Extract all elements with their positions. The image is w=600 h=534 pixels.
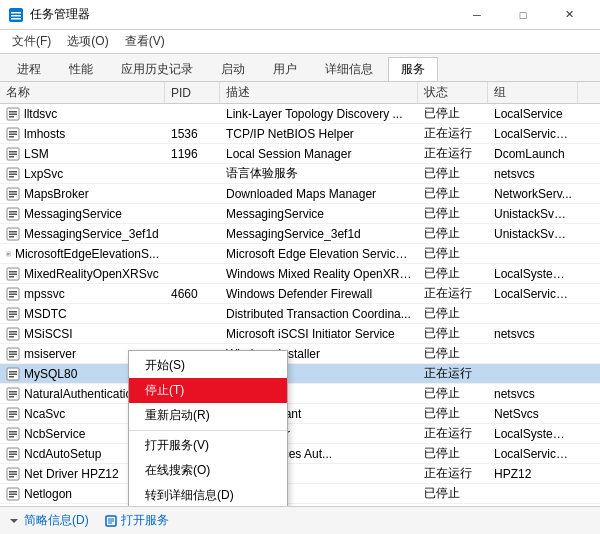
- svg-rect-42: [9, 293, 17, 295]
- tab-history[interactable]: 应用历史记录: [108, 57, 206, 81]
- app-icon: [8, 7, 24, 23]
- context-menu-item[interactable]: 在线搜索(O): [129, 458, 287, 483]
- svg-rect-74: [9, 453, 17, 455]
- table-container: 名称 PID 描述 状态 组 lltdsvcLink-Layer Topolog…: [0, 82, 600, 506]
- col-header-pid[interactable]: PID: [165, 82, 220, 103]
- context-menu-item[interactable]: 停止(T): [129, 378, 287, 403]
- table-row[interactable]: msiserverWindows Installer已停止: [0, 344, 600, 364]
- cell-status: 已停止: [418, 385, 488, 402]
- tab-details[interactable]: 详细信息: [312, 57, 386, 81]
- svg-rect-78: [9, 473, 17, 475]
- table-row[interactable]: NcdAutoSetupected Devices Aut...已停止Local…: [0, 444, 600, 464]
- service-name: LxpSvc: [24, 167, 63, 181]
- table-row[interactable]: MessagingService_3ef1dMessagingService_3…: [0, 224, 600, 244]
- minimize-button[interactable]: ─: [454, 0, 500, 30]
- svg-rect-69: [9, 431, 17, 433]
- svg-rect-3: [11, 18, 21, 20]
- table-row[interactable]: NaturalAuthentication已停止netsvcs: [0, 384, 600, 404]
- open-service-link[interactable]: 打开服务: [121, 512, 169, 529]
- service-name: NcbService: [24, 427, 85, 441]
- svg-rect-19: [9, 176, 14, 178]
- tab-services[interactable]: 服务: [388, 57, 438, 81]
- cell-status: 已停止: [418, 305, 488, 322]
- table-row[interactable]: lmhosts1536TCP/IP NetBIOS Helper正在运行Loca…: [0, 124, 600, 144]
- tab-performance[interactable]: 性能: [56, 57, 106, 81]
- cell-group: LocalSystem...: [488, 427, 578, 441]
- status-open-service: 打开服务: [105, 512, 169, 529]
- maximize-button[interactable]: □: [500, 0, 546, 30]
- cell-status: 已停止: [418, 485, 488, 502]
- cell-desc: 语言体验服务: [220, 165, 418, 182]
- menu-file[interactable]: 文件(F): [4, 31, 59, 52]
- table-row[interactable]: MSiSCSIMicrosoft iSCSI Initiator Service…: [0, 324, 600, 344]
- menu-view[interactable]: 查看(V): [117, 31, 173, 52]
- svg-rect-2: [11, 15, 21, 17]
- cell-pid: 1536: [165, 127, 220, 141]
- service-name: MapsBroker: [24, 187, 89, 201]
- col-header-desc[interactable]: 描述: [220, 82, 418, 103]
- context-menu-item[interactable]: 转到详细信息(D): [129, 483, 287, 506]
- cell-name: MSDTC: [0, 307, 165, 321]
- table-row[interactable]: MapsBrokerDownloaded Maps Manager已停止Netw…: [0, 184, 600, 204]
- table-row[interactable]: MSDTCDistributed Transaction Coordina...…: [0, 304, 600, 324]
- svg-rect-67: [9, 416, 14, 418]
- cell-desc: Windows Mixed Reality OpenXR ...: [220, 267, 418, 281]
- svg-rect-39: [9, 276, 14, 278]
- table-row[interactable]: LSM1196Local Session Manager正在运行DcomLaun…: [0, 144, 600, 164]
- table-row[interactable]: MicrosoftEdgeElevationS...Microsoft Edge…: [0, 244, 600, 264]
- cell-name: MicrosoftEdgeElevationS...: [0, 247, 165, 261]
- col-header-group[interactable]: 组: [488, 82, 578, 103]
- status-bar: 简略信息(D) 打开服务: [0, 506, 600, 534]
- cell-desc: MessagingService_3ef1d: [220, 227, 418, 241]
- table-row[interactable]: MixedRealityOpenXRSvcWindows Mixed Reali…: [0, 264, 600, 284]
- app-title: 任务管理器: [30, 6, 90, 23]
- svg-rect-41: [9, 291, 17, 293]
- table-row[interactable]: lltdsvcLink-Layer Topology Discovery ...…: [0, 104, 600, 124]
- svg-rect-23: [9, 196, 14, 198]
- collapse-label[interactable]: 简略信息(D): [24, 512, 89, 529]
- service-row-icon: [6, 247, 11, 261]
- service-name: MSDTC: [24, 307, 67, 321]
- context-menu-item[interactable]: 打开服务(V): [129, 433, 287, 458]
- tab-users[interactable]: 用户: [260, 57, 310, 81]
- col-header-name[interactable]: 名称: [0, 82, 165, 103]
- cell-group: LocalService: [488, 107, 578, 121]
- close-button[interactable]: ✕: [546, 0, 592, 30]
- table-body[interactable]: lltdsvcLink-Layer Topology Discovery ...…: [0, 104, 600, 506]
- table-row[interactable]: NcbServicection Broker正在运行LocalSystem...: [0, 424, 600, 444]
- svg-rect-79: [9, 476, 14, 478]
- svg-rect-13: [9, 151, 17, 153]
- col-header-status[interactable]: 状态: [418, 82, 488, 103]
- table-row[interactable]: mpssvc4660Windows Defender Firewall正在运行L…: [0, 284, 600, 304]
- menu-options[interactable]: 选项(O): [59, 31, 116, 52]
- svg-rect-81: [9, 491, 17, 493]
- cell-group: LocalService...: [488, 447, 578, 461]
- cell-group: NetworkServ...: [488, 187, 578, 201]
- tab-startup[interactable]: 启动: [208, 57, 258, 81]
- table-row[interactable]: MySQL809828MySQL80正在运行: [0, 364, 600, 384]
- cell-desc: Microsoft iSCSI Initiator Service: [220, 327, 418, 341]
- cell-group: netsvcs: [488, 387, 578, 401]
- cell-status: 正在运行: [418, 365, 488, 382]
- cell-group: NetSvcs: [488, 407, 578, 421]
- context-menu: 开始(S)停止(T)重新启动(R)打开服务(V)在线搜索(O)转到详细信息(D): [128, 350, 288, 506]
- svg-rect-66: [9, 413, 17, 415]
- svg-rect-45: [9, 311, 17, 313]
- context-menu-item[interactable]: 开始(S): [129, 353, 287, 378]
- context-menu-item[interactable]: 重新启动(R): [129, 403, 287, 428]
- svg-rect-15: [9, 156, 14, 158]
- table-row[interactable]: Net Driver HPZ1212正在运行HPZ12: [0, 464, 600, 484]
- table-row[interactable]: MessagingServiceMessagingService已停止Unist…: [0, 204, 600, 224]
- service-name: NcdAutoSetup: [24, 447, 101, 461]
- tab-process[interactable]: 进程: [4, 57, 54, 81]
- cell-desc: Link-Layer Topology Discovery ...: [220, 107, 418, 121]
- cell-status: 已停止: [418, 325, 488, 342]
- table-row[interactable]: Netlogon已停止: [0, 484, 600, 504]
- svg-rect-6: [9, 113, 17, 115]
- svg-rect-50: [9, 333, 17, 335]
- svg-rect-51: [9, 336, 14, 338]
- title-bar-left: 任务管理器: [8, 6, 90, 23]
- service-name: NaturalAuthentication: [24, 387, 139, 401]
- table-row[interactable]: NcaSvctivity Assistant已停止NetSvcs: [0, 404, 600, 424]
- table-row[interactable]: LxpSvc语言体验服务已停止netsvcs: [0, 164, 600, 184]
